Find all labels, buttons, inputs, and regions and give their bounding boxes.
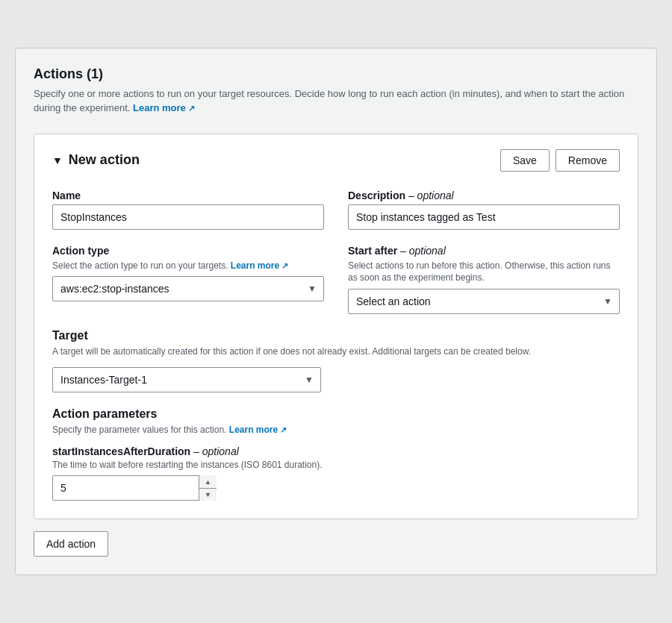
name-label: Name: [52, 190, 324, 201]
action-type-select-wrapper: aws:ec2:stop-instances ▼: [52, 276, 324, 301]
action-type-select[interactable]: aws:ec2:stop-instances: [52, 276, 324, 301]
collapse-chevron-icon[interactable]: ▼: [52, 154, 63, 166]
spinner-up-button[interactable]: ▲: [199, 475, 217, 489]
action-card: ▼ New action Save Remove Name Descriptio…: [34, 134, 638, 520]
action-type-learn-more-link[interactable]: Learn more: [231, 260, 288, 271]
action-params-section: Action parameters Specify the parameter …: [52, 407, 620, 501]
action-params-learn-more-link[interactable]: Learn more: [229, 425, 287, 435]
name-description-row: Name Description – optional: [52, 190, 620, 230]
action-type-label: Action type: [52, 245, 324, 257]
param-value-input[interactable]: [52, 475, 217, 501]
remove-button[interactable]: Remove: [556, 149, 620, 172]
target-select[interactable]: Instances-Target-1: [52, 367, 321, 392]
description-input[interactable]: [348, 204, 620, 230]
main-container: Actions (1) Specify one or more actions …: [15, 48, 657, 576]
start-after-select-wrapper: Select an action ▼: [348, 289, 620, 314]
save-button[interactable]: Save: [500, 149, 550, 172]
action-type-sublabel: Select the action type to run on your ta…: [52, 260, 324, 272]
action-card-title: ▼ New action: [52, 152, 140, 168]
spinner-down-button[interactable]: ▼: [199, 489, 217, 501]
target-select-wrapper: Instances-Target-1 ▼: [52, 367, 321, 392]
start-after-group: Start after – optional Select actions to…: [348, 245, 620, 315]
start-after-select[interactable]: Select an action: [348, 289, 620, 314]
number-spinners: ▲ ▼: [199, 475, 217, 501]
param-name-label: startInstancesAfterDuration – optional: [52, 445, 620, 457]
page-description: Specify one or more actions to run on yo…: [34, 87, 638, 116]
add-action-section: Add action: [34, 531, 638, 557]
param-sublabel: The time to wait before restarting the i…: [52, 459, 620, 472]
param-input-wrapper: ▲ ▼: [52, 475, 217, 501]
target-group: Target A target will be automatically cr…: [52, 329, 620, 392]
add-action-button[interactable]: Add action: [34, 531, 108, 557]
action-params-title: Action parameters: [52, 407, 620, 421]
action-card-header: ▼ New action Save Remove: [52, 149, 620, 172]
header-buttons: Save Remove: [500, 149, 620, 172]
action-params-sublabel: Specify the parameter values for this ac…: [52, 424, 620, 436]
action-type-group: Action type Select the action type to ru…: [52, 245, 324, 315]
learn-more-link[interactable]: Learn more: [133, 102, 195, 113]
start-after-sublabel: Select actions to run before this action…: [348, 260, 620, 285]
description-group: Description – optional: [348, 190, 620, 230]
target-section: Target A target will be automatically cr…: [52, 329, 620, 392]
page-title: Actions (1): [34, 66, 638, 82]
description-label: Description – optional: [348, 190, 620, 201]
start-after-label: Start after – optional: [348, 245, 620, 257]
action-type-start-after-row: Action type Select the action type to ru…: [52, 245, 620, 315]
target-label: Target: [52, 329, 620, 342]
param-group: startInstancesAfterDuration – optional T…: [52, 445, 620, 501]
name-group: Name: [52, 190, 324, 230]
name-input[interactable]: [52, 204, 324, 230]
page-header: Actions (1) Specify one or more actions …: [34, 66, 638, 116]
target-sublabel: A target will be automatically created f…: [52, 345, 620, 358]
